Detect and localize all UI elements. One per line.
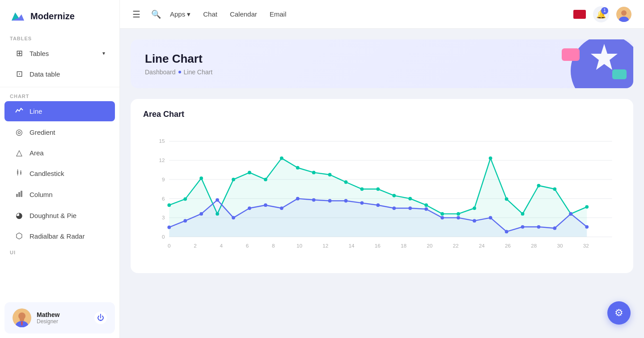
svg-rect-6 — [16, 194, 18, 197]
sidebar-item-line[interactable]: Line — [4, 101, 115, 121]
chart-wrapper: 0 3 6 9 12 15 0 2 4 6 8 10 12 14 16 18 — [143, 126, 621, 262]
svg-rect-7 — [18, 192, 20, 197]
tables-icon: ⊞ — [14, 48, 24, 58]
menu-icon[interactable]: ☰ — [132, 9, 140, 20]
svg-text:8: 8 — [272, 243, 275, 248]
svg-point-60 — [360, 187, 364, 191]
topbar: ☰ 🔍 Apps ▾ Chat Calendar Email 🔔 1 — [120, 0, 644, 29]
nav-calendar[interactable]: Calendar — [230, 10, 257, 18]
sidebar-item-tables[interactable]: ⊞ Tables ▾ — [4, 43, 115, 63]
user-role: Designer — [37, 318, 89, 325]
doughnut-icon: ◕ — [14, 210, 24, 220]
svg-rect-3 — [20, 171, 21, 174]
svg-point-85 — [312, 198, 316, 202]
user-info: Mathew Designer — [37, 311, 89, 325]
sidebar-item-candlestick[interactable]: Candlestick — [4, 163, 115, 184]
svg-point-84 — [296, 197, 300, 201]
svg-point-49 — [183, 197, 187, 201]
chevron-down-icon: ▾ — [102, 50, 105, 56]
svg-point-90 — [392, 206, 396, 210]
breadcrumb: Dashboard Line Chart — [145, 68, 212, 76]
svg-point-74 — [585, 205, 589, 209]
sidebar-item-area-label: Area — [30, 149, 44, 157]
power-button[interactable]: ⏻ — [94, 312, 107, 324]
svg-text:0: 0 — [162, 234, 165, 240]
svg-point-57 — [312, 171, 316, 175]
svg-text:18: 18 — [401, 243, 407, 248]
svg-point-79 — [216, 198, 219, 202]
settings-fab[interactable]: ⚙ — [607, 301, 631, 325]
svg-text:9: 9 — [162, 176, 165, 182]
svg-text:2: 2 — [194, 243, 196, 248]
sidebar: Modernize TABLES ⊞ Tables ▾ ⊡ Data table… — [0, 0, 120, 338]
svg-text:12: 12 — [159, 157, 165, 163]
svg-point-101 — [569, 212, 572, 216]
avatar — [13, 308, 31, 327]
user-name: Mathew — [37, 311, 89, 318]
svg-point-78 — [199, 212, 203, 216]
page-content: Line Chart Dashboard Line Chart — [120, 29, 644, 338]
svg-point-58 — [328, 173, 332, 176]
svg-point-66 — [457, 212, 460, 216]
svg-text:20: 20 — [427, 243, 432, 248]
sidebar-item-datatable[interactable]: ⊡ Data table — [4, 64, 115, 84]
svg-point-53 — [248, 171, 251, 175]
svg-point-52 — [232, 178, 235, 181]
column-icon — [14, 189, 24, 200]
svg-point-89 — [376, 203, 380, 207]
notification-button[interactable]: 🔔 1 — [593, 6, 609, 22]
sidebar-item-column[interactable]: Column — [4, 184, 115, 205]
radialbar-icon: ⬡ — [14, 231, 24, 241]
sidebar-item-radialbar[interactable]: ⬡ Radialbar & Radar — [4, 226, 115, 246]
svg-text:6: 6 — [246, 243, 249, 248]
svg-text:10: 10 — [297, 243, 302, 248]
sidebar-item-gradient[interactable]: ◎ Gredient — [4, 122, 115, 142]
svg-rect-8 — [21, 191, 22, 197]
nav-chat[interactable]: Chat — [203, 10, 217, 18]
chart-section-label: CHART — [0, 90, 119, 101]
svg-point-72 — [553, 187, 557, 191]
svg-text:24: 24 — [479, 243, 485, 248]
svg-text:0: 0 — [168, 243, 171, 248]
svg-point-94 — [457, 216, 460, 219]
svg-point-96 — [489, 216, 492, 219]
sidebar-item-area[interactable]: △ Area — [4, 143, 115, 163]
main-content: ☰ 🔍 Apps ▾ Chat Calendar Email 🔔 1 — [120, 0, 644, 338]
notification-badge: 1 — [601, 7, 608, 14]
svg-text:26: 26 — [505, 243, 511, 248]
sidebar-item-tables-label: Tables — [30, 50, 49, 57]
svg-point-91 — [408, 206, 412, 210]
page-title: Line Chart — [145, 52, 212, 66]
svg-point-83 — [280, 206, 284, 210]
svg-point-95 — [473, 219, 476, 222]
search-icon[interactable]: 🔍 — [151, 9, 161, 19]
sidebar-user: Mathew Designer ⏻ — [4, 302, 115, 334]
svg-point-102 — [585, 225, 589, 229]
logo-icon — [10, 8, 26, 24]
svg-text:12: 12 — [322, 243, 328, 248]
svg-marker-17 — [591, 44, 618, 70]
svg-rect-12 — [20, 317, 24, 321]
svg-point-76 — [167, 226, 171, 229]
line-chart-icon — [14, 106, 24, 116]
topbar-avatar[interactable] — [616, 7, 631, 22]
sidebar-item-doughnut[interactable]: ◕ Doughnut & Pie — [4, 205, 115, 225]
sidebar-item-candlestick-label: Candlestick — [30, 170, 64, 177]
svg-point-55 — [280, 156, 284, 160]
svg-point-80 — [232, 216, 235, 219]
svg-text:32: 32 — [583, 243, 589, 248]
area-icon: △ — [14, 148, 24, 158]
nav-apps[interactable]: Apps ▾ — [170, 10, 191, 18]
svg-point-100 — [553, 227, 557, 230]
svg-point-77 — [183, 219, 187, 222]
sidebar-item-column-label: Column — [30, 191, 53, 198]
svg-text:30: 30 — [557, 243, 563, 248]
language-flag[interactable] — [573, 10, 586, 19]
breadcrumb-home: Dashboard — [145, 68, 176, 76]
svg-point-87 — [344, 199, 348, 203]
chart-title: Area Chart — [143, 110, 621, 119]
banner-text: Line Chart Dashboard Line Chart — [145, 52, 212, 76]
sidebar-item-radialbar-label: Radialbar & Radar — [30, 232, 85, 240]
nav-email[interactable]: Email — [270, 10, 287, 18]
svg-point-98 — [521, 225, 525, 229]
